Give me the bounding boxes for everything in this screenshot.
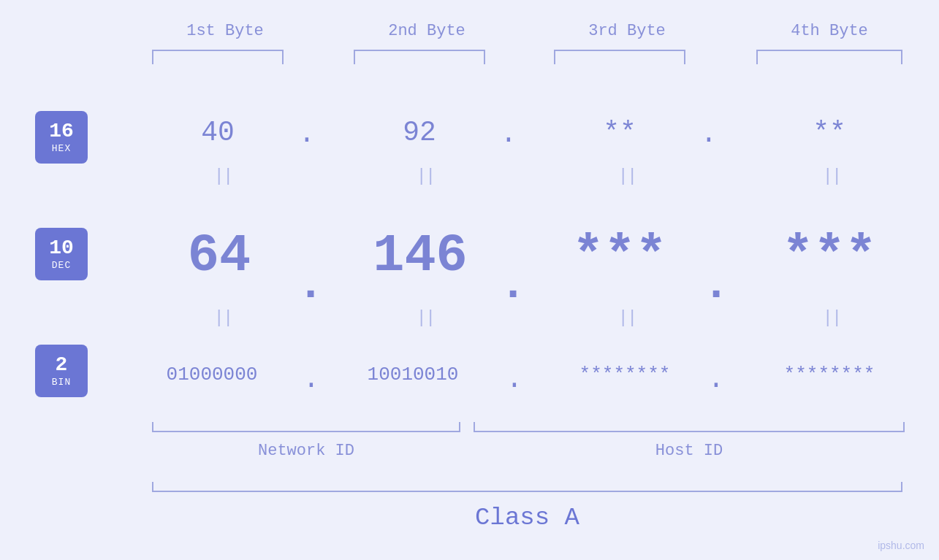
bracket-full-bottom [152, 482, 902, 492]
hex-val-b2: 92 [354, 117, 485, 148]
dec-dot-1: . [296, 259, 325, 311]
eq-1-3: || [612, 166, 642, 186]
bin-badge-label: BIN [52, 377, 71, 388]
eq-2-2: || [411, 308, 440, 328]
col-header-b3: 3rd Byte [554, 22, 700, 40]
hex-badge-num: 16 [49, 121, 74, 142]
hex-dot-1: . [292, 118, 322, 150]
bin-val-b2: 10010010 [332, 364, 493, 386]
dec-dot-2: . [498, 259, 528, 311]
eq-1-1: || [208, 166, 237, 186]
dec-badge-label: DEC [52, 260, 71, 271]
bracket-top-b1 [152, 50, 284, 64]
bin-badge-num: 2 [56, 355, 68, 375]
bin-dot-2: . [500, 364, 529, 395]
dec-val-b3: *** [547, 226, 693, 286]
host-id-label: Host ID [474, 442, 905, 460]
dec-badge-num: 10 [49, 238, 74, 258]
col-header-b2: 2nd Byte [354, 22, 500, 40]
bracket-bot-host [474, 422, 905, 432]
eq-1-4: || [817, 166, 846, 186]
bin-dot-3: . [702, 364, 731, 395]
class-label: Class A [152, 504, 902, 532]
eq-1-2: || [411, 166, 440, 186]
bracket-top-b2 [354, 50, 485, 64]
hex-val-b3: ** [554, 117, 685, 148]
hex-dot-3: . [694, 118, 723, 150]
hex-dot-2: . [494, 118, 523, 150]
hex-badge: 16 HEX [35, 111, 88, 164]
dec-dot-3: . [702, 259, 731, 311]
bracket-top-b4 [756, 50, 902, 64]
eq-2-4: || [817, 308, 846, 328]
bin-val-b1: 01000000 [132, 364, 292, 386]
eq-2-1: || [208, 308, 237, 328]
watermark: ipshu.com [878, 540, 924, 551]
network-id-label: Network ID [152, 442, 460, 460]
hex-val-b4: ** [756, 117, 902, 148]
bracket-top-b3 [554, 50, 685, 64]
bracket-bot-network [152, 422, 460, 432]
col-header-b4: 4th Byte [756, 22, 902, 40]
dec-val-b4: *** [753, 226, 906, 286]
bin-badge: 2 BIN [35, 345, 88, 397]
hex-val-b1: 40 [152, 117, 284, 148]
hex-badge-label: HEX [52, 143, 71, 154]
eq-2-3: || [612, 308, 642, 328]
bin-val-b4: ******** [745, 364, 913, 386]
bin-val-b3: ******** [541, 364, 709, 386]
dec-badge: 10 DEC [35, 228, 88, 280]
col-header-b1: 1st Byte [152, 22, 298, 40]
dec-val-b1: 64 [142, 226, 296, 286]
bin-dot-1: . [297, 364, 326, 395]
dec-val-b2: 146 [340, 226, 501, 286]
